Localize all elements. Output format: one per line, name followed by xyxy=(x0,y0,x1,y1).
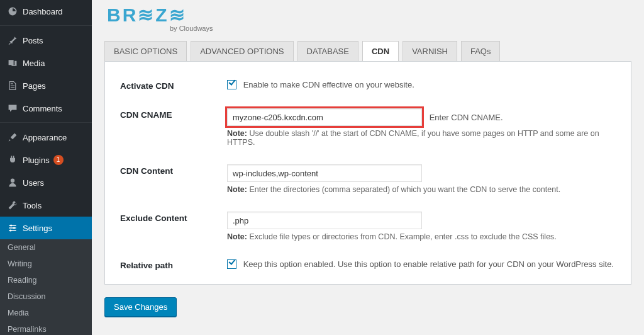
row-cdn-cname: CDN CNAME Enter CDN CNAME. Note: Use dou… xyxy=(120,102,616,158)
sidebar-item-settings[interactable]: Settings xyxy=(0,217,92,239)
row-activate-cdn: Activate CDN Enable to make CDN effectiv… xyxy=(120,73,616,102)
sidebar-item-tools[interactable]: Tools xyxy=(0,194,92,217)
save-changes-button[interactable]: Save Changes xyxy=(104,297,177,317)
field-note: Note: Enter the directories (comma separ… xyxy=(227,185,616,194)
brand-tagline: by Cloudways xyxy=(170,25,631,32)
admin-sidebar: Dashboard Posts Media Pages Comments App… xyxy=(0,0,92,335)
field-label: Exclude Content xyxy=(120,212,227,223)
tab-varnish[interactable]: VARNISH xyxy=(402,41,457,61)
settings-tabs: BASIC OPTIONS ADVANCED OPTIONS DATABASE … xyxy=(104,41,631,61)
sidebar-item-label: Appearance xyxy=(23,133,67,142)
row-cdn-content: CDN Content Note: Enter the directories … xyxy=(120,158,616,205)
sidebar-item-comments[interactable]: Comments xyxy=(0,97,92,120)
sidebar-item-label: Users xyxy=(23,178,44,188)
relative-path-checkbox[interactable] xyxy=(227,259,236,269)
tab-faqs[interactable]: FAQs xyxy=(461,41,501,61)
tab-cdn[interactable]: CDN xyxy=(362,41,399,61)
field-label: CDN Content xyxy=(120,164,227,176)
sidebar-item-posts[interactable]: Posts xyxy=(0,29,92,52)
row-exclude-content: Exclude Content Note: Exclude file types… xyxy=(120,205,616,253)
sliders-icon xyxy=(6,222,19,234)
wrench-icon xyxy=(6,199,19,212)
update-badge: 1 xyxy=(53,155,64,165)
dashboard-icon xyxy=(6,5,19,18)
checkbox-description: Keep this option enabled. Use this optio… xyxy=(243,259,614,269)
sidebar-item-users[interactable]: Users xyxy=(0,171,92,194)
comment-icon xyxy=(6,102,19,115)
sidebar-item-plugins[interactable]: Plugins 1 xyxy=(0,149,92,171)
field-label: Activate CDN xyxy=(120,79,227,91)
plug-icon xyxy=(6,154,19,166)
main-content: BR≋Z≋ by Cloudways BASIC OPTIONS ADVANCE… xyxy=(92,0,644,335)
sidebar-item-label: Media xyxy=(23,59,45,68)
submenu-writing[interactable]: Writing xyxy=(0,256,92,272)
svg-point-1 xyxy=(13,227,15,229)
sidebar-item-label: Settings xyxy=(23,224,52,233)
field-label: CDN CNAME xyxy=(120,108,227,120)
sidebar-item-dashboard[interactable]: Dashboard xyxy=(0,0,92,23)
sidebar-item-label: Comments xyxy=(23,104,62,113)
brand-text: BR≋Z≋ xyxy=(107,4,631,26)
field-note: Note: Exclude file types or directories … xyxy=(227,232,616,241)
submenu-discussion[interactable]: Discussion xyxy=(0,288,92,305)
tab-database[interactable]: DATABASE xyxy=(297,41,358,61)
sidebar-item-media[interactable]: Media xyxy=(0,52,92,74)
sidebar-item-label: Plugins xyxy=(23,156,50,165)
submenu-media[interactable]: Media xyxy=(0,305,92,321)
submenu-reading[interactable]: Reading xyxy=(0,272,92,288)
sidebar-item-label: Dashboard xyxy=(23,7,63,16)
tab-basic-options[interactable]: BASIC OPTIONS xyxy=(104,41,187,61)
brush-icon xyxy=(6,131,19,144)
field-hint: Enter CDN CNAME. xyxy=(430,113,503,122)
svg-point-2 xyxy=(9,229,11,231)
checkbox-description: Enable to make CDN effective on your web… xyxy=(243,80,414,89)
page-icon xyxy=(6,79,19,92)
activate-cdn-checkbox[interactable] xyxy=(227,80,236,89)
svg-point-0 xyxy=(10,224,12,226)
breeze-logo: BR≋Z≋ by Cloudways xyxy=(107,4,631,32)
field-note: Note: Use double slash '//' at the start… xyxy=(227,129,616,147)
exclude-content-input[interactable] xyxy=(227,212,422,229)
sidebar-item-label: Posts xyxy=(23,36,43,45)
row-relative-path: Relative path Keep this option enabled. … xyxy=(120,253,616,273)
cdn-content-input[interactable] xyxy=(227,164,422,182)
sidebar-item-label: Pages xyxy=(23,81,46,91)
submenu-general[interactable]: General xyxy=(0,239,92,256)
settings-submenu: General Writing Reading Discussion Media… xyxy=(0,239,92,335)
cdn-cname-input[interactable] xyxy=(227,108,422,126)
user-icon xyxy=(6,176,19,189)
sidebar-item-pages[interactable]: Pages xyxy=(0,74,92,97)
tab-advanced-options[interactable]: ADVANCED OPTIONS xyxy=(191,41,293,61)
field-label: Relative path xyxy=(120,259,227,270)
pin-icon xyxy=(6,34,19,47)
cdn-settings-panel: Activate CDN Enable to make CDN effectiv… xyxy=(104,61,631,285)
submenu-permalinks[interactable]: Permalinks xyxy=(0,321,92,335)
sidebar-item-label: Tools xyxy=(23,201,42,210)
sidebar-item-appearance[interactable]: Appearance xyxy=(0,126,92,149)
media-icon xyxy=(6,57,19,69)
